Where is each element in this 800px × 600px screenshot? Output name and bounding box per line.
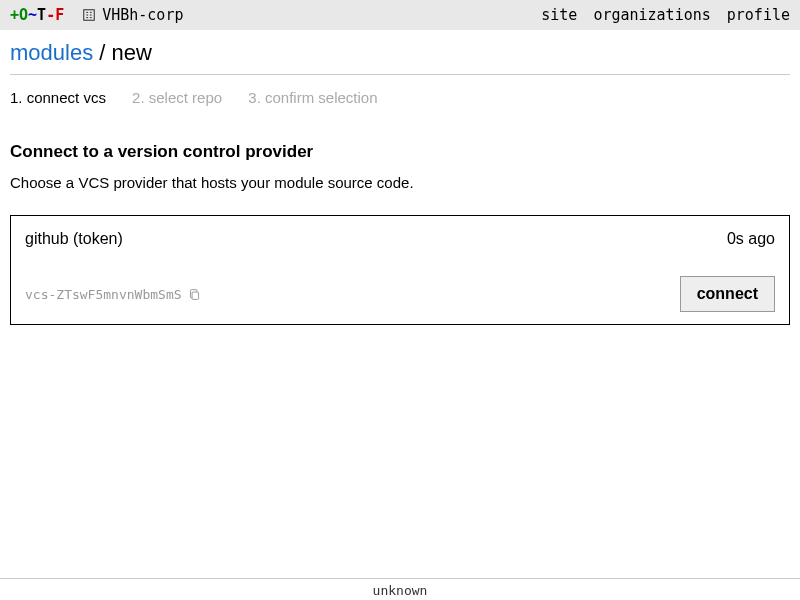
nav-site[interactable]: site: [541, 6, 577, 24]
step-connect-vcs[interactable]: 1. connect vcs: [10, 89, 106, 106]
copy-icon[interactable]: [188, 288, 201, 301]
org-name: VHBh-corp: [102, 6, 183, 24]
topbar: +O~T-F VHBh-corp site organizations prof…: [0, 0, 800, 30]
connect-button[interactable]: connect: [680, 276, 775, 312]
breadcrumb-current: new: [112, 40, 152, 65]
section-description: Choose a VCS provider that hosts your mo…: [10, 174, 790, 191]
breadcrumb-sep: /: [99, 40, 105, 65]
nav-organizations[interactable]: organizations: [593, 6, 710, 24]
nav-profile[interactable]: profile: [727, 6, 790, 24]
building-icon: [82, 8, 96, 22]
org-selector[interactable]: VHBh-corp: [82, 6, 183, 24]
svg-rect-7: [192, 292, 199, 299]
step-select-repo: 2. select repo: [132, 89, 222, 106]
main-content: modules / new 1. connect vcs 2. select r…: [0, 30, 800, 578]
footer: unknown: [0, 578, 800, 600]
wizard-steps: 1. connect vcs 2. select repo 3. confirm…: [10, 89, 790, 106]
app-logo: +O~T-F: [10, 6, 64, 24]
breadcrumb: modules / new: [10, 40, 790, 75]
provider-age: 0s ago: [727, 230, 775, 248]
top-nav: site organizations profile: [541, 6, 790, 24]
provider-card: github (token) 0s ago vcs-ZTswF5mnvnWbmS…: [10, 215, 790, 325]
footer-text: unknown: [373, 583, 428, 598]
step-confirm: 3. confirm selection: [248, 89, 377, 106]
provider-id-text: vcs-ZTswF5mnvnWbmSmS: [25, 287, 182, 302]
provider-name: github (token): [25, 230, 123, 248]
svg-rect-0: [84, 10, 95, 21]
provider-id: vcs-ZTswF5mnvnWbmSmS: [25, 287, 201, 302]
section-title: Connect to a version control provider: [10, 142, 790, 162]
breadcrumb-modules-link[interactable]: modules: [10, 40, 93, 65]
